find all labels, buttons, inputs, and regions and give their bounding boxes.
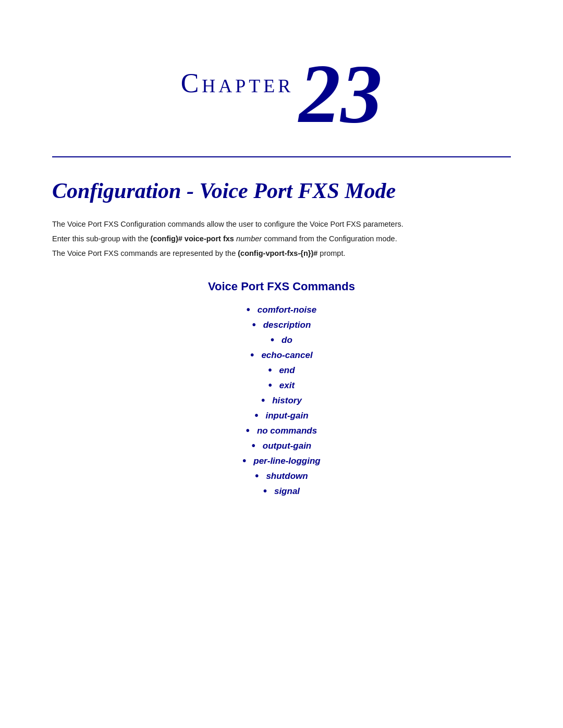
intro-p3-prefix: The Voice Port FXS commands are represen… [52,249,238,257]
command-list-item: history [52,394,511,406]
intro-p3-command: (config-vport-fxs-{n})# [238,249,317,257]
command-list-item: end [52,364,511,376]
page: Chapter 23 Configuration - Voice Port FX… [0,0,563,728]
command-list-item: do [52,334,511,346]
command-list-item: no commands [52,425,511,437]
intro-p2-command: (config)# voice-port fxs [151,235,234,243]
intro-p2-suffix: command from the Configuration mode. [262,235,397,243]
intro-p3-suffix: prompt. [317,249,345,257]
intro-paragraph-2: Enter this sub-group with the (config)# … [52,233,511,245]
intro-p2-middle: number [234,235,262,243]
chapter-word: Chapter [181,68,294,98]
command-list-item: signal [52,485,511,497]
intro-p2-prefix: Enter this sub-group with the [52,235,151,243]
command-list-item: output-gain [52,440,511,452]
chapter-rule [52,156,511,157]
command-list: comfort-noisedescriptiondoecho-cancelend… [52,304,511,497]
chapter-title: Configuration - Voice Port FXS Mode [52,178,511,203]
command-list-item: input-gain [52,410,511,422]
command-list-item: description [52,319,511,331]
command-list-item: echo-cancel [52,349,511,361]
section-heading: Voice Port FXS Commands [52,280,511,293]
command-list-item: exit [52,379,511,391]
chapter-header: Chapter 23 [52,31,511,151]
intro-paragraph-1: The Voice Port FXS Configuration command… [52,219,511,230]
intro-paragraph-3: The Voice Port FXS commands are represen… [52,248,511,260]
command-list-item: shutdown [52,470,511,482]
command-list-item: per-line-logging [52,455,511,467]
chapter-number: 23 [299,52,382,135]
command-list-item: comfort-noise [52,304,511,316]
